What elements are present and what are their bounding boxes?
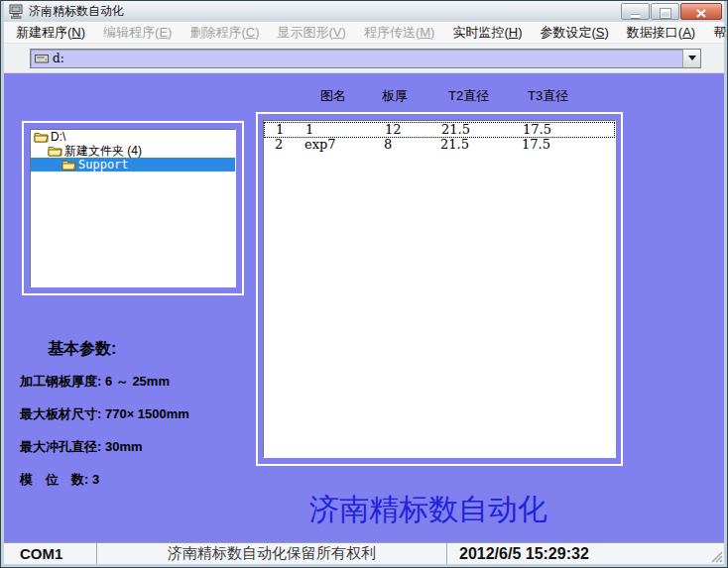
- cell-thickness: 12: [385, 123, 441, 137]
- tree-item-label: Support: [78, 158, 129, 171]
- menu-item-transfer: 程序传送(M): [355, 21, 444, 45]
- parameters-heading: 基本参数:: [48, 339, 116, 360]
- folder-icon: [48, 145, 62, 157]
- cell-index: 2: [264, 138, 304, 153]
- column-header-t2-diameter: T2直径: [448, 87, 489, 105]
- tree-item-new-folder[interactable]: 新建文件夹 (4): [31, 144, 235, 158]
- param-die-positions: 模 位 数: 3: [20, 471, 99, 489]
- folder-tree-frame: D:\ 新建文件夹 (4) Support: [22, 121, 244, 295]
- cell-name: 1: [305, 123, 385, 137]
- program-row[interactable]: 1 1 12 21.5 17.5: [264, 122, 615, 138]
- main-area: 图名 板厚 T2直径 T3直径 D:\ 新建文件夹 (: [4, 73, 724, 542]
- cell-t2-diameter: 21.5: [441, 123, 523, 137]
- status-com-port: COM1: [4, 543, 97, 564]
- menu-item-help[interactable]: 帮助(H): [704, 21, 728, 45]
- resize-grip[interactable]: [708, 548, 723, 563]
- maximize-button[interactable]: [651, 3, 679, 20]
- program-row[interactable]: 2 exp7 8 21.5 17.5: [264, 138, 615, 153]
- minimize-icon: [631, 15, 640, 18]
- column-header-name: 图名: [320, 87, 346, 105]
- column-header-thickness: 板厚: [382, 87, 408, 105]
- folder-icon: [61, 159, 76, 170]
- drive-combobox-value: d:: [53, 52, 682, 65]
- toolbar: d:: [4, 44, 724, 73]
- tree-item-drive-d[interactable]: D:\: [31, 130, 235, 144]
- folder-icon: [34, 131, 49, 143]
- column-header-t3-diameter: T3直径: [528, 87, 568, 105]
- tree-item-label: 新建文件夹 (4): [64, 144, 142, 158]
- cell-t2-diameter: 21.5: [440, 138, 522, 153]
- program-list[interactable]: 1 1 12 21.5 17.5 2 exp7 8 21.5 17.5: [263, 120, 616, 458]
- menu-item-show-graphic: 显示图形(V): [269, 21, 355, 45]
- menu-item-delete-program: 删除程序(C): [181, 21, 268, 45]
- status-copyright: 济南精标数自动化保留所有权利: [97, 543, 447, 564]
- status-datetime: 2012/6/5 15:29:32: [447, 543, 724, 564]
- brand-text: 济南精标数自动化: [309, 490, 547, 530]
- menu-item-monitor[interactable]: 实时监控(H): [443, 21, 531, 45]
- close-button[interactable]: [680, 3, 722, 20]
- drive-combobox[interactable]: d:: [30, 49, 701, 68]
- cell-index: 1: [265, 123, 305, 137]
- minimize-button[interactable]: [621, 3, 650, 20]
- param-plate-thickness: 加工钢板厚度: 6 ～ 25mm: [20, 373, 170, 391]
- drive-icon: [35, 53, 49, 63]
- tree-item-support[interactable]: Support: [31, 158, 235, 171]
- app-window: 济南精标数自动化 新建程序(N) 编辑程序(E) 删除程序(C) 显示图形(V)…: [0, 0, 728, 568]
- tree-item-label: D:\: [51, 130, 65, 144]
- param-max-sheet-size: 最大板材尺寸: 770× 1500mm: [20, 405, 189, 423]
- program-list-frame: 1 1 12 21.5 17.5 2 exp7 8 21.5 17.5: [256, 112, 623, 466]
- param-max-punch-diameter: 最大冲孔直径: 30mm: [20, 438, 143, 456]
- menu-bar: 新建程序(N) 编辑程序(E) 删除程序(C) 显示图形(V) 程序传送(M) …: [4, 22, 724, 44]
- combobox-dropdown-button[interactable]: [682, 50, 700, 67]
- menu-item-settings[interactable]: 参数设定(S): [531, 21, 617, 45]
- folder-tree[interactable]: D:\ 新建文件夹 (4) Support: [30, 129, 236, 287]
- cell-t3-diameter: 17.5: [522, 138, 615, 153]
- cell-t3-diameter: 17.5: [523, 123, 614, 137]
- cell-name: exp7: [304, 138, 384, 153]
- menu-item-edit-program: 编辑程序(E): [94, 21, 181, 45]
- chevron-down-icon: [688, 56, 696, 60]
- window-title: 济南精标数自动化: [29, 3, 620, 20]
- menu-item-data-interface[interactable]: 数据接口(A): [618, 21, 704, 45]
- title-bar[interactable]: 济南精标数自动化: [4, 1, 724, 22]
- cell-thickness: 8: [384, 138, 440, 153]
- status-bar: COM1 济南精标数自动化保留所有权利 2012/6/5 15:29:32: [4, 542, 724, 564]
- maximize-icon: [661, 9, 670, 18]
- caption-buttons: [620, 3, 722, 20]
- close-icon: [696, 9, 706, 18]
- menu-item-new-program[interactable]: 新建程序(N): [7, 21, 94, 45]
- app-icon[interactable]: [9, 4, 25, 19]
